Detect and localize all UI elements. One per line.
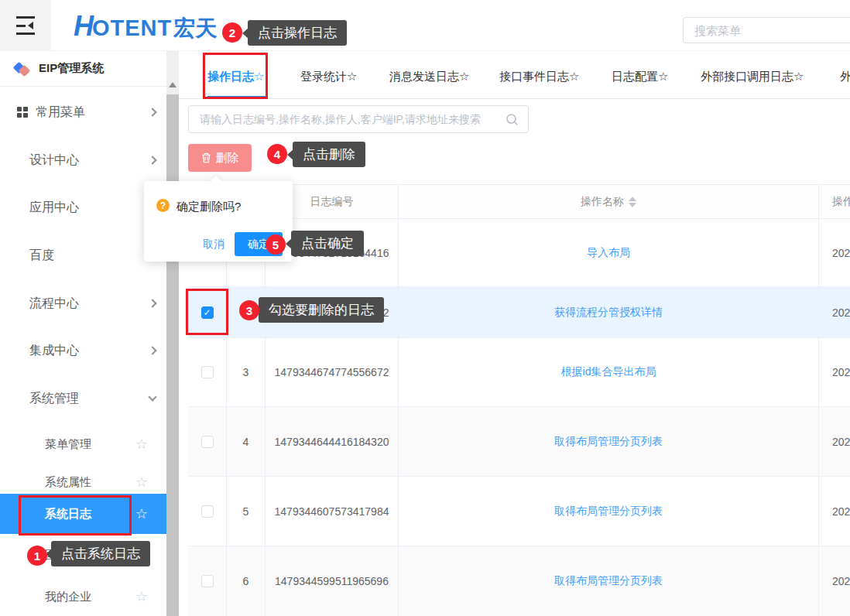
chevron-down-icon <box>148 392 156 401</box>
collapse-menu-button[interactable] <box>0 0 51 51</box>
tab-partial[interactable]: 外 <box>840 56 850 98</box>
eip-logo-icon <box>14 61 31 77</box>
sidebar: EIP管理系统 常用菜单 设计中心 应用中心 百度 流程中心 集成中心 系统管理… <box>0 51 166 616</box>
step-tooltip-2: 点击操作日志 <box>248 20 347 46</box>
row-checkbox[interactable] <box>201 366 214 378</box>
header-op-name[interactable]: 操作名称 <box>399 185 819 218</box>
row-index: 3 <box>227 338 266 406</box>
active-tab-indicator <box>207 96 267 98</box>
row-op-name-link[interactable]: 取得布局管理分页列表 <box>554 435 663 449</box>
table-row[interactable]: 6 1479344599511965696 取得布局管理分页列表 2022 <box>188 546 850 616</box>
scroll-up-arrow-icon[interactable] <box>169 82 177 87</box>
step-badge-4: 4 <box>267 144 287 164</box>
sidebar-item-common-menu[interactable]: 常用菜单 <box>0 91 166 133</box>
vertical-scrollbar[interactable] <box>166 51 179 616</box>
question-icon: ? <box>156 199 170 212</box>
sidebar-item-label: 应用中心 <box>29 200 79 216</box>
menu-search-input[interactable] <box>684 18 850 43</box>
step-tooltip-1: 点击系统日志 <box>51 541 150 566</box>
sidebar-item-label: 系统属性 <box>45 475 91 490</box>
row-op-name-link[interactable]: 导入布局 <box>587 246 630 260</box>
row-log-id: 1479344607573417984 <box>266 477 399 546</box>
row-op-time: 2022 <box>819 338 850 406</box>
grid-icon <box>17 107 28 118</box>
row-index: 6 <box>227 546 266 616</box>
scrollbar-thumb[interactable] <box>166 94 179 616</box>
sidebar-item-menu-management[interactable]: 菜单管理 ☆ <box>0 426 166 463</box>
tab-external-api-log[interactable]: 外部接口调用日志☆ <box>701 56 804 98</box>
popover-arrow <box>211 176 221 187</box>
chevron-right-icon <box>148 108 156 116</box>
sidebar-item-flow-center[interactable]: 流程中心 <box>0 282 166 324</box>
delete-button-label: 删除 <box>216 151 239 166</box>
row-op-name-link[interactable]: 取得布局管理分页列表 <box>554 574 663 588</box>
row-checkbox[interactable] <box>201 505 214 518</box>
topbar: HOTENT宏天 <box>0 0 850 51</box>
trash-icon <box>201 152 211 163</box>
sidebar-item-design-center[interactable]: 设计中心 <box>0 139 166 181</box>
step-badge-3: 3 <box>239 300 259 320</box>
sidebar-item-label: 系统管理 <box>29 391 79 407</box>
row-op-name-link[interactable]: 取得布局管理分页列表 <box>554 505 663 518</box>
sidebar-item-label: 常用菜单 <box>36 104 85 121</box>
row-log-id: 1479344644416184320 <box>266 407 399 476</box>
delete-button[interactable]: 删除 <box>188 144 252 172</box>
sidebar-title: EIP管理系统 <box>39 61 104 76</box>
row-checkbox[interactable] <box>201 436 214 448</box>
logo-h-mark: H <box>74 10 92 43</box>
sidebar-item-app-center[interactable]: 应用中心 <box>0 187 166 228</box>
row-op-name-link[interactable]: 根据id集合导出布局 <box>561 365 656 379</box>
menu-search-box <box>683 17 850 43</box>
sidebar-item-baidu[interactable]: 百度 <box>0 234 166 276</box>
header-op-name-label: 操作名称 <box>581 195 624 209</box>
chevron-right-icon <box>148 346 156 354</box>
step-badge-1: 1 <box>27 546 47 566</box>
logo-cn-text: 宏天 <box>173 14 217 43</box>
star-icon[interactable]: ☆ <box>135 505 148 522</box>
row-checkbox-checked[interactable]: ✓ <box>201 306 214 319</box>
sidebar-item-system-log[interactable]: 系统日志 ☆ <box>0 494 166 534</box>
tabs-divider <box>179 98 850 99</box>
app-logo: HOTENT宏天 <box>74 10 217 43</box>
collapse-menu-icon <box>16 16 35 35</box>
table-row[interactable]: 3 1479344674774556672 根据id集合导出布局 2022 <box>188 338 850 407</box>
tab-operation-log[interactable]: 操作日志☆ <box>207 56 264 98</box>
chevron-right-icon <box>148 156 156 164</box>
row-index: 4 <box>227 407 266 476</box>
sidebar-item-integration-center[interactable]: 集成中心 <box>0 330 166 371</box>
sidebar-item-label: 菜单管理 <box>45 437 91 452</box>
sidebar-header: EIP管理系统 <box>0 51 166 87</box>
search-icon[interactable] <box>506 113 519 126</box>
row-op-time: 2022 <box>819 287 850 337</box>
sidebar-item-system-management[interactable]: 系统管理 <box>0 378 166 419</box>
sidebar-item-label: 设计中心 <box>29 152 79 169</box>
star-icon[interactable]: ☆ <box>135 588 148 605</box>
tab-message-send-log[interactable]: 消息发送日志☆ <box>389 56 469 98</box>
logo-text: OTENT <box>92 15 172 41</box>
sidebar-item-label: 流程中心 <box>29 296 79 312</box>
sort-icon[interactable] <box>629 197 636 207</box>
row-checkbox[interactable] <box>201 575 214 587</box>
step-badge-5: 5 <box>266 234 286 255</box>
tab-interface-event-log[interactable]: 接口事件日志☆ <box>499 56 579 98</box>
table-row[interactable]: 5 1479344607573417984 取得布局管理分页列表 2022 <box>188 477 850 546</box>
log-search-input[interactable] <box>189 106 528 132</box>
star-icon[interactable]: ☆ <box>135 474 148 491</box>
sidebar-item-label: 我的企业 <box>45 590 91 604</box>
sidebar-item-my-company[interactable]: 我的企业 ☆ <box>0 578 166 615</box>
tab-log-config[interactable]: 日志配置☆ <box>612 56 668 98</box>
cancel-button[interactable]: 取消 <box>203 238 224 252</box>
log-search-box <box>188 105 529 133</box>
row-op-name-link[interactable]: 获得流程分管授权详情 <box>554 306 663 320</box>
star-icon[interactable]: ☆ <box>135 436 148 453</box>
row-log-id: 1479344674774556672 <box>266 338 399 406</box>
row-log-id: 1479344599511965696 <box>266 546 399 616</box>
row-op-time: 2022 <box>819 219 850 286</box>
header-op-time[interactable]: 操作时间 <box>819 185 850 218</box>
row-index: 5 <box>227 477 266 546</box>
tab-login-stats[interactable]: 登录统计☆ <box>300 56 357 98</box>
table-row[interactable]: 4 1479344644416184320 取得布局管理分页列表 2022 <box>188 407 850 477</box>
step-tooltip-3: 勾选要删除的日志 <box>259 297 384 323</box>
sidebar-item-label: 集成中心 <box>29 343 79 359</box>
chevron-right-icon <box>148 299 156 307</box>
